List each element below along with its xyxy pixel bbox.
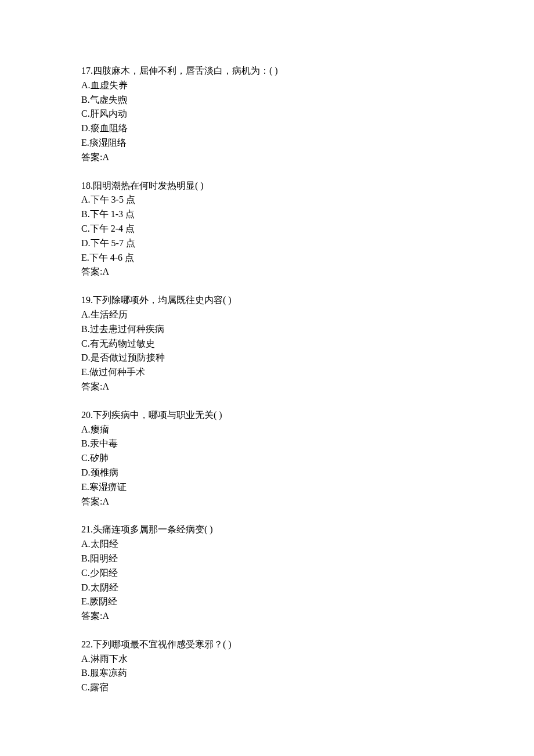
question-block: 21.头痛连项多属那一条经病变( )A.太阳经B.阳明经C.少阳经D.太阴经E.… bbox=[81, 523, 453, 624]
option-text: 下午 4-6 点 bbox=[89, 253, 134, 262]
option-text: 生活经历 bbox=[91, 309, 128, 319]
option-label: B bbox=[81, 324, 88, 334]
option-text: 寒湿痹证 bbox=[89, 482, 127, 492]
answer-line: 答案:A bbox=[81, 495, 453, 509]
option-label: E bbox=[81, 367, 87, 377]
question-number: 18 bbox=[81, 181, 91, 190]
answer-line: 答案:A bbox=[81, 265, 453, 279]
option-line: A.太阳经 bbox=[81, 537, 453, 552]
option-line: E.寒湿痹证 bbox=[81, 480, 453, 495]
answer-line: 答案:A bbox=[81, 380, 453, 394]
option-label: C bbox=[81, 568, 88, 578]
option-label: B bbox=[81, 438, 88, 448]
option-label: C bbox=[81, 109, 88, 118]
option-text: 露宿 bbox=[90, 682, 109, 692]
question-number: 21 bbox=[81, 524, 91, 534]
option-text: 血虚失养 bbox=[91, 80, 128, 90]
answer-value: A bbox=[102, 381, 109, 391]
option-line: B.气虚失煦 bbox=[81, 93, 453, 107]
question-stem: 19.下列除哪项外，均属既往史内容( ) bbox=[81, 293, 453, 308]
option-label: C bbox=[81, 224, 88, 233]
option-line: E.下午 4-6 点 bbox=[81, 251, 453, 265]
option-text: 下午 1-3 点 bbox=[90, 209, 135, 219]
option-line: A.瘿瘤 bbox=[81, 423, 453, 437]
option-label: A bbox=[81, 654, 88, 664]
option-line: C.有无药物过敏史 bbox=[81, 337, 453, 351]
option-label: C bbox=[81, 339, 88, 348]
answer-value: A bbox=[102, 496, 109, 506]
option-label: D bbox=[81, 582, 88, 592]
option-label: A bbox=[81, 80, 88, 90]
answer-label: 答案: bbox=[81, 611, 102, 621]
option-label: D bbox=[81, 352, 88, 362]
option-line: B.阳明经 bbox=[81, 552, 453, 566]
option-label: A bbox=[81, 195, 88, 204]
option-label: B bbox=[81, 553, 88, 563]
option-line: B.服寒凉药 bbox=[81, 666, 453, 681]
answer-label: 答案: bbox=[81, 381, 102, 391]
option-label: B bbox=[81, 95, 88, 105]
question-stem: 20.下列疾病中，哪项与职业无关( ) bbox=[81, 408, 453, 423]
question-block: 22.下列哪项最不宜视作感受寒邪？( )A.淋雨下水B.服寒凉药C.露宿 bbox=[81, 638, 453, 695]
option-line: B.汞中毒 bbox=[81, 437, 453, 451]
option-label: E bbox=[81, 482, 87, 492]
answer-value: A bbox=[102, 611, 109, 621]
option-line: D.太阴经 bbox=[81, 581, 453, 595]
option-text: 下午 2-4 点 bbox=[90, 224, 135, 233]
question-block: 20.下列疾病中，哪项与职业无关( )A.瘿瘤B.汞中毒C.矽肺D.颈椎病E.寒… bbox=[81, 408, 453, 509]
option-line: C.少阳经 bbox=[81, 566, 453, 581]
option-line: E.厥阴经 bbox=[81, 595, 453, 609]
option-text: 痰湿阻络 bbox=[89, 138, 127, 147]
question-block: 17.四肢麻木，屈伸不利，唇舌淡白，病机为：( )A.血虚失养B.气虚失煦C.肝… bbox=[81, 64, 453, 165]
option-line: E.痰湿阻络 bbox=[81, 136, 453, 150]
answer-label: 答案: bbox=[81, 267, 102, 276]
option-text: 阳明经 bbox=[90, 553, 118, 563]
option-text: 淋雨下水 bbox=[91, 654, 128, 664]
question-number: 22 bbox=[81, 639, 91, 649]
answer-label: 答案: bbox=[81, 152, 102, 162]
option-label: A bbox=[81, 309, 88, 319]
option-label: C bbox=[81, 682, 88, 692]
option-label: D bbox=[81, 238, 88, 248]
option-label: D bbox=[81, 467, 88, 477]
option-line: D.是否做过预防接种 bbox=[81, 351, 453, 365]
option-line: A.下午 3-5 点 bbox=[81, 193, 453, 207]
answer-label: 答案: bbox=[81, 496, 102, 506]
question-stem-text: 下列哪项最不宜视作感受寒邪？( ) bbox=[93, 639, 232, 649]
document-page: 17.四肢麻木，屈伸不利，唇舌淡白，病机为：( )A.血虚失养B.气虚失煦C.肝… bbox=[0, 0, 534, 756]
option-text: 下午 5-7 点 bbox=[91, 238, 135, 248]
question-stem: 17.四肢麻木，屈伸不利，唇舌淡白，病机为：( ) bbox=[81, 64, 453, 78]
option-text: 太阴经 bbox=[91, 582, 118, 592]
answer-value: A bbox=[102, 152, 109, 162]
option-label: E bbox=[81, 253, 87, 262]
option-text: 汞中毒 bbox=[90, 438, 118, 448]
option-line: E.做过何种手术 bbox=[81, 365, 453, 380]
option-label: A bbox=[81, 424, 88, 434]
question-block: 19.下列除哪项外，均属既往史内容( )A.生活经历B.过去患过何种疾病C.有无… bbox=[81, 293, 453, 394]
option-text: 矽肺 bbox=[90, 453, 109, 463]
option-label: E bbox=[81, 596, 87, 606]
answer-line: 答案:A bbox=[81, 609, 453, 624]
option-text: 过去患过何种疾病 bbox=[90, 324, 164, 334]
option-line: A.血虚失养 bbox=[81, 78, 453, 93]
option-label: D bbox=[81, 123, 88, 133]
option-line: D.颈椎病 bbox=[81, 466, 453, 480]
option-text: 瘀血阻络 bbox=[91, 123, 128, 133]
option-label: A bbox=[81, 539, 88, 549]
answer-value: A bbox=[102, 267, 109, 276]
question-stem-text: 下列除哪项外，均属既往史内容( ) bbox=[93, 295, 232, 305]
option-line: B.下午 1-3 点 bbox=[81, 207, 453, 222]
option-label: B bbox=[81, 209, 88, 219]
option-text: 服寒凉药 bbox=[90, 668, 127, 678]
option-line: C.露宿 bbox=[81, 681, 453, 695]
option-line: C.肝风内动 bbox=[81, 107, 453, 121]
option-text: 气虚失煦 bbox=[90, 95, 127, 105]
question-stem: 21.头痛连项多属那一条经病变( ) bbox=[81, 523, 453, 537]
option-line: A.淋雨下水 bbox=[81, 652, 453, 667]
question-stem-text: 头痛连项多属那一条经病变( ) bbox=[93, 524, 213, 534]
question-stem-text: 下列疾病中，哪项与职业无关( ) bbox=[93, 410, 222, 420]
option-label: C bbox=[81, 453, 88, 463]
option-line: C.矽肺 bbox=[81, 451, 453, 466]
option-text: 瘿瘤 bbox=[91, 424, 109, 434]
option-line: D.下午 5-7 点 bbox=[81, 236, 453, 251]
